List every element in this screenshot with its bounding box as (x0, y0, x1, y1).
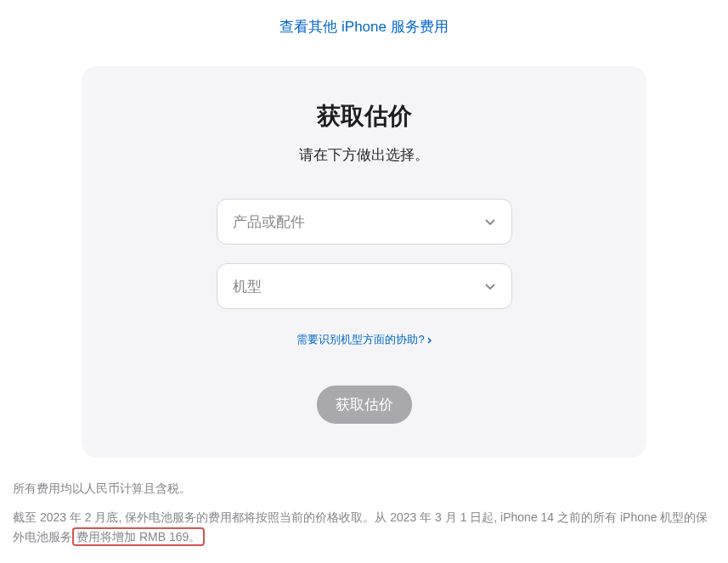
model-select-placeholder: 机型 (233, 277, 484, 296)
footer-notes: 所有费用均以人民币计算且含税。 截至 2023 年 2 月底, 保外电池服务的费… (8, 479, 720, 546)
get-estimate-button[interactable]: 获取估价 (317, 386, 412, 424)
footer-line-1: 所有费用均以人民币计算且含税。 (13, 479, 715, 498)
identify-model-help-link[interactable]: 需要识别机型方面的协助? (296, 332, 431, 347)
chevron-down-icon (484, 280, 496, 292)
help-link-label: 需要识别机型方面的协助? (296, 332, 424, 347)
chevron-right-icon (427, 334, 432, 346)
other-services-link[interactable]: 查看其他 iPhone 服务费用 (8, 17, 720, 37)
card-subtitle: 请在下方做出选择。 (124, 145, 604, 165)
product-select-placeholder: 产品或配件 (233, 212, 484, 232)
chevron-down-icon (484, 216, 496, 228)
estimate-card: 获取估价 请在下方做出选择。 产品或配件 机型 需要识别机型方面的协助? (82, 66, 646, 458)
model-select[interactable]: 机型 (217, 263, 512, 309)
card-title: 获取估价 (124, 100, 604, 132)
footer-line-2: 截至 2023 年 2 月底, 保外电池服务的费用都将按照当前的价格收取。从 2… (13, 508, 715, 546)
product-select[interactable]: 产品或配件 (217, 199, 512, 245)
price-increase-highlight: 费用将增加 RMB 169。 (72, 527, 205, 546)
